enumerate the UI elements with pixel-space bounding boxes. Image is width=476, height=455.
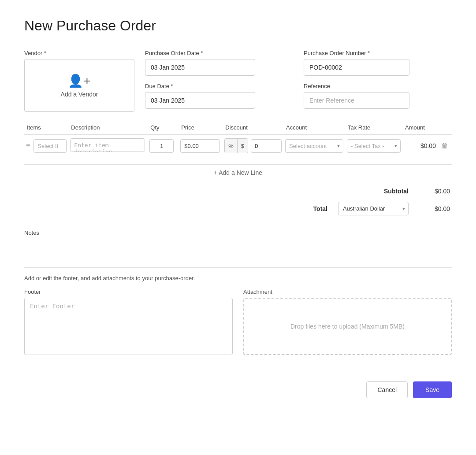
th-description: Description: [68, 121, 148, 135]
th-price: Price: [178, 121, 223, 135]
table-row: ≡: [24, 135, 452, 157]
due-date-group: Due Date *: [145, 83, 293, 109]
currency-select[interactable]: Australian Dollar US Dollar Euro British…: [338, 202, 409, 215]
reference-input[interactable]: [304, 92, 409, 109]
delete-row-button[interactable]: 🗑: [439, 142, 450, 150]
add-line-row: + Add a New Line: [24, 157, 452, 184]
qty-input[interactable]: [149, 139, 174, 153]
th-amount: Amount: [402, 121, 438, 135]
subtotal-value: $0.00: [419, 188, 450, 195]
discount-pct-btn[interactable]: %: [225, 139, 238, 153]
add-line-button[interactable]: + Add a New Line: [208, 166, 268, 179]
po-number-label: Purchase Order Number *: [304, 50, 452, 56]
th-discount: Discount: [223, 121, 283, 135]
notes-input[interactable]: [24, 240, 452, 266]
total-label: Total: [292, 205, 327, 212]
attachment-label: Attachment: [243, 289, 452, 295]
drag-icon[interactable]: ≡: [26, 142, 30, 150]
reference-label: Reference: [304, 83, 452, 89]
page-title: New Purchase Order: [24, 18, 452, 34]
subtotal-label: Subtotal: [373, 188, 409, 195]
description-input[interactable]: [70, 138, 145, 152]
vendor-box[interactable]: 👤+ Add a Vendor: [24, 59, 134, 112]
reference-group: Reference: [304, 83, 452, 109]
table-header: Items Description Qty Price Discount Acc…: [24, 121, 452, 135]
th-items: Items: [24, 121, 68, 135]
notes-section: Notes: [24, 229, 452, 267]
footer-label: Footer: [24, 289, 233, 295]
vendor-add-label: Add a Vendor: [61, 91, 98, 98]
po-date-input[interactable]: [145, 59, 255, 76]
due-date-label: Due Date *: [145, 83, 293, 89]
line-items-section: Items Description Qty Price Discount Acc…: [24, 121, 452, 184]
amount-cell: $0.00: [402, 135, 438, 157]
th-taxrate: Tax Rate: [345, 121, 402, 135]
th-qty: Qty: [148, 121, 178, 135]
footer-attach-row: Footer Attachment Drop files here to upl…: [24, 289, 452, 355]
footer-input[interactable]: [24, 298, 233, 355]
th-account: Account: [283, 121, 345, 135]
add-person-icon: 👤+: [68, 74, 90, 88]
number-reference-group: Purchase Order Number * Reference: [304, 50, 452, 112]
date-fields-group: Purchase Order Date * Due Date *: [145, 50, 293, 112]
tax-select-wrapper: - Select Tax -: [347, 139, 401, 153]
save-button[interactable]: Save: [413, 381, 452, 398]
attachment-group: Attachment Drop files here to upload (Ma…: [243, 289, 452, 355]
po-date-group: Purchase Order Date *: [145, 50, 293, 76]
total-value: $0.00: [419, 205, 450, 212]
attachment-dropzone[interactable]: Drop files here to upload (Maximum 5MB): [243, 298, 452, 355]
line-items-table: Items Description Qty Price Discount Acc…: [24, 121, 452, 157]
currency-select-wrapper: Australian Dollar US Dollar Euro British…: [338, 202, 409, 215]
price-input[interactable]: [180, 139, 220, 153]
discount-dollar-btn[interactable]: $: [238, 139, 248, 153]
po-number-input[interactable]: [304, 59, 409, 76]
due-date-input[interactable]: [145, 92, 255, 109]
footer-group: Footer: [24, 289, 233, 355]
total-row: Total Australian Dollar US Dollar Euro B…: [292, 202, 450, 215]
notes-label: Notes: [24, 229, 452, 236]
discount-toggle[interactable]: % $: [224, 138, 248, 153]
po-date-label: Purchase Order Date *: [145, 50, 293, 56]
item-select-input[interactable]: [33, 139, 67, 153]
totals-section: Subtotal $0.00 Total Australian Dollar U…: [24, 188, 452, 215]
subtotal-row: Subtotal $0.00: [309, 188, 450, 195]
discount-value-input[interactable]: [251, 139, 282, 153]
footer-hint: Add or edit the footer, and add attachme…: [24, 267, 452, 281]
cancel-button[interactable]: Cancel: [366, 381, 408, 398]
tax-select[interactable]: - Select Tax -: [347, 139, 401, 153]
action-row: Cancel Save: [24, 381, 452, 398]
po-number-group: Purchase Order Number *: [304, 50, 452, 76]
vendor-label: Vendor *: [24, 50, 134, 56]
top-form-row: Vendor * 👤+ Add a Vendor Purchase Order …: [24, 50, 452, 112]
account-select[interactable]: Select account: [285, 139, 343, 153]
attachment-placeholder: Drop files here to upload (Maximum 5MB): [290, 323, 405, 330]
vendor-group: Vendor * 👤+ Add a Vendor: [24, 50, 134, 112]
account-select-wrapper: Select account: [285, 139, 343, 153]
